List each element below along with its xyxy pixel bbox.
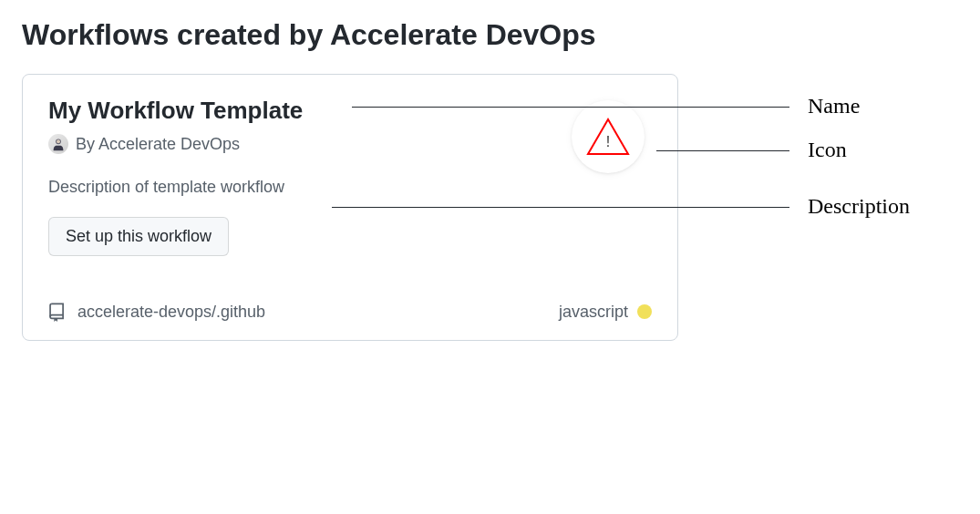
repo-info: accelerate-devops/.github (48, 302, 265, 322)
annotation-line-description (332, 207, 789, 208)
language-name: javascript (559, 303, 628, 322)
warning-triangle-icon: ! (586, 118, 630, 156)
author-text: By Accelerate DevOps (76, 135, 240, 154)
setup-workflow-button[interactable]: Set up this workflow (48, 217, 229, 256)
svg-text:!: ! (606, 134, 610, 149)
template-name: My Workflow Template (48, 97, 572, 125)
author-row: By Accelerate DevOps (48, 134, 572, 154)
page-title: Workflows created by Accelerate DevOps (22, 18, 958, 52)
card-header: My Workflow Template By Accelerate DevOp… (48, 97, 652, 178)
card-footer: accelerate-devops/.github javascript (48, 296, 652, 322)
svg-point-1 (57, 139, 60, 143)
content-wrapper: My Workflow Template By Accelerate DevOp… (22, 74, 958, 341)
annotation-label-name: Name (808, 94, 860, 118)
card-header-left: My Workflow Template By Accelerate DevOp… (48, 97, 572, 178)
annotation-line-name (352, 107, 789, 108)
workflow-icon-badge: ! (572, 100, 645, 173)
repo-name: accelerate-devops/.github (77, 303, 265, 322)
language-info: javascript (559, 303, 652, 322)
annotation-line-icon (656, 150, 789, 151)
language-dot-icon (637, 304, 652, 319)
template-description: Description of template workflow (48, 178, 652, 197)
repo-icon (48, 302, 67, 322)
annotation-label-icon: Icon (808, 138, 847, 162)
author-avatar-icon (48, 134, 68, 154)
annotation-label-description: Description (808, 194, 910, 219)
